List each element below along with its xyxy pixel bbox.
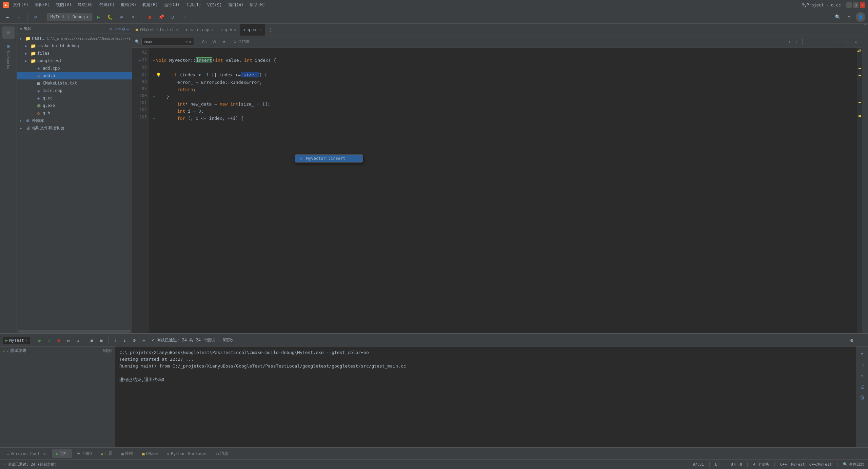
vertical-label-structure[interactable]: 结构 <box>862 26 868 29</box>
bottom-tab-problems[interactable]: ⊕ 问题 <box>97 449 117 458</box>
tab-close-main[interactable]: ✕ <box>211 28 213 32</box>
search-prev-btn[interactable]: ↑ <box>786 39 793 45</box>
profile-button[interactable]: 👤 <box>856 12 865 22</box>
sidebar-settings-icon[interactable]: ⚙ <box>122 26 125 32</box>
search-refresh-icon[interactable]: ↺ <box>189 39 192 44</box>
status-language[interactable]: C++; MyTest: C++/MyTest <box>780 462 832 467</box>
search-everywhere-button[interactable]: 🔍 <box>833 12 842 22</box>
run-up-button[interactable]: ↑ <box>111 336 119 344</box>
run-sort-time-button[interactable]: ≡ <box>97 336 105 344</box>
tree-item-external-libs[interactable]: ▶ ⊞ 外部库 <box>17 117 132 124</box>
bottom-tab-run[interactable]: ▶ 运行 <box>52 449 72 458</box>
menu-file[interactable]: 文件(F) <box>10 1 31 8</box>
sidebar-scrollbar[interactable] <box>18 330 131 333</box>
run-more-button[interactable]: ▾ <box>128 12 138 22</box>
bottom-right-icon-1[interactable]: ≡ <box>857 349 867 359</box>
bottom-right-icon-4[interactable]: 🖨 <box>857 382 867 391</box>
run-history-button[interactable]: ⊙ <box>130 336 138 344</box>
search-find-usages-btn[interactable]: ←→ <box>817 39 830 45</box>
status-line-ending[interactable]: LF <box>715 462 719 467</box>
fold-icon-97[interactable]: ▾ <box>152 72 156 79</box>
search-regex-btn[interactable]: ★ <box>220 38 228 45</box>
search-more-btn[interactable]: ←→ <box>830 39 843 45</box>
run-tab-mytest[interactable]: ▶ MyTest ✕ <box>3 337 30 344</box>
tree-item-q-h[interactable]: ◇ q.h <box>17 109 132 117</box>
autocomplete-popup[interactable]: ⊕ MyVector::insert <box>295 154 363 163</box>
bottom-tab-version-control[interactable]: ⊞ Version Control <box>3 450 52 457</box>
pin-button[interactable]: 📌 <box>156 12 166 22</box>
settings-button[interactable]: ⚙ <box>844 12 854 22</box>
menu-tools[interactable]: 工具(T) <box>183 1 204 8</box>
bottom-tab-python-packages[interactable]: ⊙ Python Packages <box>163 450 212 457</box>
tree-item-temp-console[interactable]: ▶ 🖥 临时文件和控制台 <box>17 124 132 132</box>
reload-button[interactable]: ↺ <box>168 12 177 22</box>
build-button[interactable]: ⊕ <box>31 12 40 22</box>
bookmarks-icon[interactable]: Bookmarks <box>2 54 15 66</box>
sidebar-collapse-icon[interactable]: ≡ <box>118 26 121 32</box>
run-settings-icon[interactable]: ⚙ <box>848 336 856 344</box>
search-clear-icon[interactable]: ✕ <box>186 40 188 43</box>
search-whole-word-btn[interactable]: W <box>210 39 218 45</box>
bottom-tab-todo[interactable]: ☰ TODO <box>73 450 96 457</box>
tree-item-cmakelists[interactable]: ▦ CMakeLists.txt <box>17 79 132 87</box>
tab-q-h[interactable]: ◇ q.h ✕ <box>217 24 240 36</box>
search-filter-btn[interactable]: ≡ <box>852 39 859 45</box>
run-coverage-button[interactable]: ⊕ <box>117 12 126 22</box>
tree-item-add-h[interactable]: ◇ add.h <box>17 72 132 79</box>
fold-icon-95[interactable]: ▾ <box>152 57 156 64</box>
run-button[interactable]: ▶ <box>94 12 103 22</box>
status-encoding[interactable]: UTF-8 <box>731 462 742 467</box>
tab-more-button[interactable]: ⋮ <box>265 27 275 33</box>
project-view-icon[interactable]: ≡ <box>2 26 15 39</box>
menu-vcs[interactable]: VCS(S) <box>204 2 224 8</box>
tree-item-files[interactable]: ▶ 📁 files <box>17 50 132 57</box>
menu-code[interactable]: 代码(C) <box>97 1 118 8</box>
bottom-right-icon-2[interactable]: ⊞ <box>857 360 867 370</box>
run-more-button[interactable]: » <box>140 336 148 344</box>
menu-run[interactable]: 运行(U) <box>161 1 182 8</box>
bottom-tab-messages[interactable]: ✉ 消息 <box>212 449 232 458</box>
tab-close-q-h[interactable]: ✕ <box>234 28 236 32</box>
run-check-button[interactable]: ✓ <box>45 336 54 344</box>
autocomplete-item-0[interactable]: ⊕ MyVector::insert <box>295 155 362 162</box>
run-rerun-failed-button[interactable]: ↺ <box>64 336 73 344</box>
menu-navigate[interactable]: 导航(N) <box>75 1 96 8</box>
test-item-results[interactable]: ✓ ✓ 测试结果 0毫秒 <box>0 346 115 355</box>
tree-item-q-cc[interactable]: ◈ q.cc <box>17 94 132 102</box>
sidebar-minimize-icon[interactable]: — <box>126 26 129 32</box>
menu-help[interactable]: 帮助(H) <box>247 1 268 8</box>
debug-button[interactable]: 🐛 <box>105 12 115 22</box>
status-test-passed[interactable]: ✓ 测试已通过: 24 (片刻之前) <box>4 462 57 467</box>
close-button[interactable]: ✕ <box>860 2 865 8</box>
search-replace-btn[interactable]: ←→ <box>805 39 817 45</box>
run-play-button[interactable]: ▶ <box>36 336 44 344</box>
undo-button[interactable]: ◁ <box>179 12 189 22</box>
status-event-log[interactable]: 🔍 事件日志 <box>843 462 864 467</box>
bottom-right-icon-3[interactable]: ↕ <box>857 371 867 380</box>
run-tab-close-icon[interactable]: ✕ <box>25 338 27 342</box>
run-sort-alpha-button[interactable]: ≡ <box>88 336 96 344</box>
forward-button[interactable]: → <box>14 12 24 22</box>
run-config-dropdown[interactable]: MyTest | Debug ▾ <box>47 13 92 21</box>
bottom-tab-terminal[interactable]: ▣ 终端 <box>117 449 137 458</box>
sidebar-gear-icon[interactable]: ⚙ <box>110 26 112 32</box>
tab-close-q-cc[interactable]: ✕ <box>259 28 261 32</box>
tree-item-main-cpp[interactable]: ◈ main.cpp <box>17 87 132 94</box>
maximize-button[interactable]: □ <box>853 2 859 8</box>
run-down-button[interactable]: ↓ <box>121 336 129 344</box>
stop-button[interactable]: ◼ <box>145 12 154 22</box>
menu-window[interactable]: 窗口(W) <box>225 1 246 8</box>
status-position[interactable]: 97:31 <box>693 462 704 467</box>
search-input[interactable] <box>144 39 184 44</box>
tab-main-cpp[interactable]: ◈ main.cpp ✕ <box>182 24 217 36</box>
tab-close-cmakelists[interactable]: ✕ <box>176 28 178 32</box>
run-minimize-icon[interactable]: — <box>857 336 865 344</box>
run-rerun-all-button[interactable]: ↺ <box>74 336 82 344</box>
tree-item-root[interactable]: ▼ 📁 PassTestLocal C:\\_projetcs\\XianyuB… <box>17 35 132 42</box>
minimize-button[interactable]: ─ <box>846 2 852 8</box>
search-options-btn[interactable]: ↔ <box>843 39 852 45</box>
code-content[interactable]: ▾ void MyVector::insert(int value, int i… <box>149 48 857 333</box>
tab-cmakelists[interactable]: ▦ CMakeLists.txt ✕ <box>132 24 182 36</box>
fold-icon-103[interactable]: ▾ <box>152 115 156 122</box>
status-indent[interactable]: 4 个空格 <box>753 462 769 467</box>
